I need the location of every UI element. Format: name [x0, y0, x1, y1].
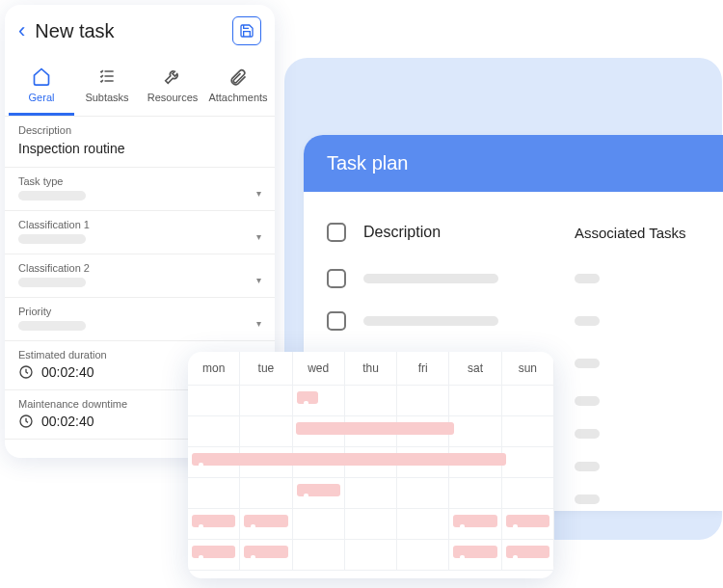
calendar-cell[interactable]: [502, 386, 554, 416]
calendar-cell[interactable]: [345, 540, 397, 571]
clock-icon: [18, 364, 34, 380]
tab-general[interactable]: Geral: [9, 59, 74, 116]
calendar-cell[interactable]: [293, 509, 345, 540]
tab-label: Resources: [147, 92, 199, 103]
calendar-cell[interactable]: [188, 540, 240, 571]
tab-attachments[interactable]: Attachments: [205, 59, 271, 116]
row-checkbox[interactable]: [327, 311, 346, 331]
calendar-row: [188, 509, 554, 540]
calendar-cell[interactable]: [240, 416, 292, 447]
calendar-event[interactable]: [506, 515, 549, 527]
row-description-placeholder: [363, 274, 498, 283]
field-label: Classification 2: [18, 262, 261, 274]
calendar-cell[interactable]: [240, 386, 292, 416]
tab-resources[interactable]: Resources: [140, 59, 205, 116]
calendar-cell[interactable]: [449, 509, 501, 540]
day-head-fri: fri: [397, 352, 449, 386]
tab-label: Subtasks: [85, 92, 128, 103]
calendar-event[interactable]: [192, 546, 235, 558]
home-icon: [32, 67, 51, 86]
row-associated-placeholder: [575, 316, 600, 326]
calendar-cell[interactable]: [293, 386, 345, 416]
chevron-down-icon: ▾: [256, 318, 261, 329]
calendar-cell[interactable]: [502, 509, 554, 540]
calendar-event[interactable]: [192, 515, 235, 527]
field-label: Description: [18, 124, 261, 136]
maintenance-downtime-value: 00:02:40: [41, 414, 94, 429]
calendar-cell[interactable]: [345, 509, 397, 540]
day-head-sun: sun: [502, 352, 554, 386]
task-plan-row[interactable]: [327, 257, 700, 300]
calendar-cell[interactable]: [188, 386, 240, 416]
calendar-event[interactable]: [297, 391, 318, 404]
calendar-card: mon tue wed thu fri sat sun: [188, 352, 554, 578]
calendar-cell[interactable]: [240, 540, 292, 571]
calendar-cell[interactable]: [293, 478, 345, 509]
calendar-event[interactable]: [244, 515, 287, 527]
description-input[interactable]: [18, 141, 261, 156]
calendar-cell[interactable]: [397, 386, 449, 416]
day-head-wed: wed: [293, 352, 345, 386]
new-task-title: New task: [35, 20, 223, 42]
calendar-event[interactable]: [506, 546, 549, 558]
calendar-event[interactable]: [453, 546, 496, 558]
calendar-cell[interactable]: [293, 540, 345, 571]
calendar-event[interactable]: [296, 422, 454, 435]
field-label: Task type: [18, 175, 261, 187]
calendar-event[interactable]: [192, 453, 506, 466]
select-placeholder: [18, 278, 86, 287]
calendar-cell[interactable]: [449, 416, 501, 447]
tab-label: Attachments: [208, 92, 267, 103]
calendar-cell[interactable]: [240, 478, 292, 509]
calendar-cell[interactable]: [502, 478, 554, 509]
calendar-cell[interactable]: [345, 478, 397, 509]
save-button[interactable]: [232, 16, 261, 45]
calendar-cell[interactable]: [397, 540, 449, 571]
task-plan-title: Task plan: [304, 135, 723, 192]
field-classification-2[interactable]: Classification 2 ▾: [5, 254, 275, 298]
field-label: Classification 1: [18, 219, 261, 230]
row-associated-placeholder: [575, 274, 600, 283]
calendar-cell[interactable]: [188, 509, 240, 540]
calendar-cell[interactable]: [502, 540, 554, 571]
calendar-cell[interactable]: [397, 509, 449, 540]
calendar-event[interactable]: [244, 546, 287, 558]
calendar-cell[interactable]: [449, 386, 501, 416]
calendar-cell[interactable]: [449, 478, 501, 509]
day-head-thu: thu: [345, 352, 397, 386]
calendar-cell[interactable]: [502, 447, 554, 478]
tab-label: Geral: [29, 92, 55, 103]
field-task-type[interactable]: Task type ▾: [5, 168, 275, 211]
calendar-event[interactable]: [453, 515, 496, 527]
row-associated-placeholder: [575, 462, 600, 471]
calendar-event[interactable]: [297, 484, 340, 496]
calendar-row: [188, 416, 554, 447]
calendar-cell[interactable]: [449, 540, 501, 571]
task-tabs: Geral Subtasks Resources Attachments: [5, 57, 275, 117]
field-priority[interactable]: Priority ▾: [5, 298, 275, 341]
calendar-cell[interactable]: [188, 478, 240, 509]
select-all-checkbox[interactable]: [327, 223, 346, 242]
day-head-sat: sat: [449, 352, 501, 386]
row-checkbox[interactable]: [327, 269, 346, 288]
task-plan-row[interactable]: [327, 300, 700, 342]
calendar-row: [188, 386, 554, 416]
calendar-cell[interactable]: [502, 416, 554, 447]
back-icon[interactable]: ‹: [18, 18, 25, 43]
column-associated: Associated Tasks: [575, 225, 700, 241]
select-placeholder: [18, 234, 86, 244]
calendar-cell[interactable]: [345, 386, 397, 416]
row-description-placeholder: [363, 316, 498, 326]
calendar-cell[interactable]: [188, 416, 240, 447]
field-description[interactable]: Description: [5, 117, 275, 168]
row-associated-placeholder: [575, 396, 600, 406]
clock-icon: [18, 414, 34, 429]
calendar-header: mon tue wed thu fri sat sun: [188, 352, 554, 386]
calendar-cell[interactable]: [397, 478, 449, 509]
select-placeholder: [18, 191, 86, 200]
calendar-cell[interactable]: [240, 509, 292, 540]
tab-subtasks[interactable]: Subtasks: [74, 59, 140, 116]
column-description: Description: [363, 224, 557, 241]
field-classification-1[interactable]: Classification 1 ▾: [5, 211, 275, 254]
chevron-down-icon: ▾: [256, 275, 261, 285]
